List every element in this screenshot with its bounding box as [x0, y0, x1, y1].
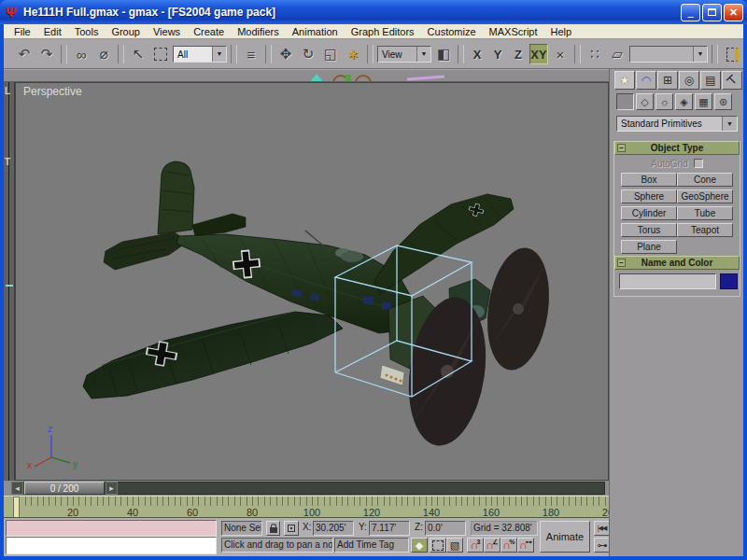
- restrict-xy-plane-button[interactable]: XY: [529, 44, 548, 64]
- undo-icon[interactable]: ↶: [14, 44, 35, 64]
- maxscript-macro-recorder[interactable]: [6, 520, 217, 537]
- select-and-rotate-icon[interactable]: ↻: [298, 44, 318, 64]
- primitive-button[interactable]: Cylinder: [621, 206, 677, 220]
- reference-coordsys-dropdown[interactable]: View: [377, 46, 431, 63]
- axis-y-label: y: [73, 459, 78, 469]
- tab-create[interactable]: ★: [614, 71, 635, 90]
- collapse-icon[interactable]: −: [617, 144, 626, 152]
- y-coord-field[interactable]: 7.117': [369, 521, 410, 536]
- mirror-icon[interactable]: ∷: [585, 44, 605, 64]
- restrict-x-button[interactable]: X: [468, 44, 486, 64]
- crossing-selection-icon[interactable]: ▧: [446, 538, 463, 553]
- x-coord-field[interactable]: 30.205': [313, 521, 354, 536]
- primitive-type-dropdown[interactable]: Standard Primitives: [616, 116, 738, 132]
- menu-item[interactable]: Edit: [37, 25, 68, 38]
- category-geometry[interactable]: [616, 93, 634, 110]
- tab-panel-purple-icon: [407, 76, 444, 81]
- frame-zero-marker[interactable]: [13, 497, 20, 518]
- maxscript-mini-listener[interactable]: [6, 537, 217, 554]
- select-object-icon[interactable]: ↖: [128, 44, 148, 64]
- spinner-snap-icon[interactable]: ∩⊶: [517, 538, 534, 553]
- degradation-override-icon[interactable]: ◆: [411, 538, 428, 553]
- tab-modify[interactable]: ◠: [636, 71, 656, 90]
- track-view-icon[interactable]: [722, 44, 742, 64]
- menu-item[interactable]: Graph Editors: [345, 25, 421, 38]
- category-cameras[interactable]: ◈: [675, 93, 693, 110]
- axis-tripod: z x y: [27, 424, 78, 470]
- unlink-selection-icon[interactable]: ⌀: [93, 44, 114, 64]
- snaps-toggle-icon[interactable]: ∗: [343, 44, 363, 64]
- selection-lock-button[interactable]: [266, 521, 280, 536]
- maximize-button[interactable]: [702, 4, 722, 21]
- select-and-move-icon[interactable]: ✥: [275, 44, 296, 64]
- viewport-splitter[interactable]: [8, 82, 9, 481]
- select-by-name-icon[interactable]: ≡: [241, 44, 261, 64]
- object-color-swatch[interactable]: [720, 273, 738, 289]
- redo-icon[interactable]: ↷: [36, 44, 57, 64]
- time-slider-next-arrow[interactable]: ▸: [106, 482, 118, 495]
- animate-button[interactable]: Animate: [540, 521, 590, 553]
- go-to-start-button[interactable]: |◀◀: [594, 521, 610, 536]
- menu-item[interactable]: MAXScript: [483, 25, 544, 38]
- category-systems[interactable]: ⊛: [714, 93, 732, 110]
- collapsed-viewports[interactable]: L T: [4, 82, 15, 481]
- track-bar-number: 120: [342, 507, 402, 518]
- minimize-button[interactable]: _: [681, 4, 700, 21]
- menu-item[interactable]: Help: [544, 25, 579, 38]
- menu-item[interactable]: Group: [105, 25, 147, 38]
- primitive-button[interactable]: Sphere: [621, 189, 677, 203]
- category-lights[interactable]: ☼: [655, 93, 673, 110]
- tab-utilities[interactable]: ⊤: [722, 71, 742, 90]
- snap-3d-icon[interactable]: ∩3: [467, 538, 484, 553]
- primitive-button[interactable]: Tube: [677, 206, 733, 220]
- autogrid-checkbox[interactable]: [694, 159, 703, 168]
- primitive-button[interactable]: Plane: [621, 240, 677, 254]
- title-bar[interactable]: Ψ He111H Full.gmax - gmax - [FS2004 game…: [0, 0, 747, 24]
- track-bar[interactable]: 20406080100120140160180200: [4, 496, 612, 518]
- select-and-link-icon[interactable]: ∞: [71, 44, 92, 64]
- menu-item[interactable]: File: [7, 25, 37, 38]
- primitive-button[interactable]: Teapot: [677, 223, 733, 237]
- percent-snap-icon[interactable]: ∩%: [500, 538, 517, 553]
- tab-hierarchy[interactable]: ⊞: [657, 71, 678, 90]
- primitive-button[interactable]: Cone: [677, 173, 733, 187]
- use-pivot-center-icon[interactable]: ◧: [433, 44, 454, 64]
- rectangular-selection-region-icon[interactable]: [150, 44, 171, 64]
- category-helpers[interactable]: ▦: [695, 93, 712, 110]
- align-icon[interactable]: ▱: [607, 44, 627, 64]
- restrict-z-button[interactable]: Z: [509, 44, 528, 64]
- menu-item[interactable]: Create: [187, 25, 231, 38]
- set-key-icon[interactable]: ⊶: [594, 538, 610, 553]
- viewport-label[interactable]: Perspective: [23, 85, 82, 98]
- object-name-field[interactable]: [619, 273, 716, 289]
- add-time-tag[interactable]: Add Time Tag: [334, 538, 409, 553]
- absolute-offset-toggle[interactable]: [284, 521, 299, 536]
- menu-item[interactable]: Customize: [421, 25, 483, 38]
- tab-display[interactable]: ▤: [700, 71, 721, 90]
- close-button[interactable]: ✕: [724, 4, 743, 21]
- select-and-scale-icon[interactable]: ◱: [320, 44, 341, 64]
- named-selection-sets-dropdown[interactable]: [629, 46, 708, 63]
- selection-region-mode-icon[interactable]: [430, 538, 446, 553]
- menu-item[interactable]: Views: [147, 25, 187, 38]
- menu-item[interactable]: Modifiers: [231, 25, 286, 38]
- primitive-button[interactable]: Torus: [621, 223, 677, 237]
- object-type-rollout-header[interactable]: − Object Type: [614, 141, 740, 155]
- name-color-rollout-header[interactable]: − Name and Color: [614, 256, 740, 270]
- primitive-button[interactable]: Box: [621, 173, 677, 187]
- angle-snap-icon[interactable]: ∩∠: [484, 538, 500, 553]
- z-coord-field[interactable]: 0.0': [425, 521, 466, 536]
- manipulate-icon[interactable]: ×: [550, 44, 571, 64]
- menu-item[interactable]: Tools: [68, 25, 106, 38]
- selection-filter-dropdown[interactable]: All: [173, 46, 227, 63]
- time-slider-prev-arrow[interactable]: ◂: [11, 482, 23, 495]
- restrict-y-button[interactable]: Y: [488, 44, 507, 64]
- category-shapes[interactable]: ◇: [636, 93, 654, 110]
- tab-motion[interactable]: ◎: [679, 71, 699, 90]
- collapse-icon[interactable]: −: [617, 259, 626, 267]
- primitive-button[interactable]: GeoSphere: [677, 189, 733, 203]
- perspective-viewport[interactable]: Perspective: [15, 82, 609, 481]
- menu-item[interactable]: Animation: [286, 25, 345, 38]
- time-slider-thumb[interactable]: 0 / 200: [24, 482, 105, 495]
- tab-icon: ◎: [684, 74, 694, 87]
